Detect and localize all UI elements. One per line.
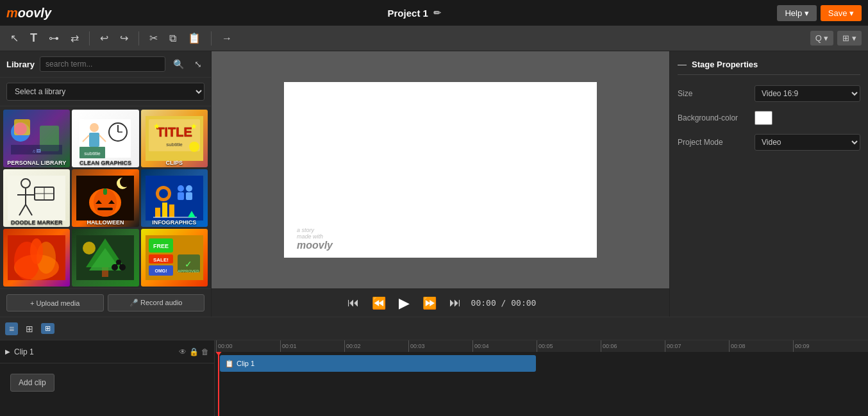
size-row: Size Video 16:9 Video 4:3 Video 1:1 — [678, 85, 860, 102]
library-item-doodle[interactable]: Doodle Marker — [3, 169, 70, 227]
library-item-row4c[interactable]: FREE SALE! OMG! ✓ APPROVED — [141, 229, 208, 287]
svg-rect-45 — [178, 192, 184, 200]
svg-text:subtitle: subtitle — [166, 142, 183, 147]
search-input[interactable] — [40, 56, 165, 72]
align-tool-button[interactable]: ⊶ — [45, 29, 63, 47]
timeline-grid-view-button[interactable]: ⊞ — [22, 322, 37, 335]
library-item-row4b-label — [72, 284, 138, 287]
library-select-wrapper: Select a library Personal Library Clean … — [0, 78, 211, 106]
add-clip-button[interactable]: Add clip — [10, 374, 54, 392]
forward-button[interactable]: → — [218, 30, 236, 47]
logo: moovly — [6, 6, 51, 21]
library-item-row4c-label — [141, 284, 208, 287]
track-lock-button[interactable]: 🔒 — [189, 347, 199, 356]
top-bar: moovly Project 1 ✏ Help ▾ Save ▾ — [0, 0, 868, 26]
toolbar-sep-1 — [89, 31, 90, 46]
project-mode-select[interactable]: Video GIF HTML5 — [755, 134, 860, 151]
redo-button[interactable]: ↪ — [116, 29, 132, 47]
rewind-button[interactable]: ⏪ — [369, 294, 388, 313]
canvas-stage[interactable]: a story made with moovly — [284, 82, 597, 258]
copy-button[interactable]: ⧉ — [165, 30, 180, 47]
timeline-ruler: 00:00 00:01 00:02 00:03 00:04 00:05 00:0… — [215, 340, 868, 352]
library-item-doodle-label: Doodle Marker — [3, 218, 70, 227]
playback-bar: ⏮ ⏪ ▶ ⏩ ⏭ 00:00 / 00:00 — [212, 288, 669, 317]
center-area: a story made with moovly ⏮ ⏪ ▶ ⏩ ⏭ 00:00… — [212, 51, 669, 317]
library-item-personal-label: Personal Library — [3, 158, 70, 167]
library-item-row4b[interactable] — [72, 229, 138, 287]
clip-block-1[interactable]: 📋 Clip 1 — [220, 355, 536, 372]
add-clip-wrapper: Add clip — [0, 363, 214, 416]
ruler-mark-3: 00:03 — [408, 340, 472, 352]
clip-label: Clip 1 — [237, 360, 255, 367]
upload-media-button[interactable]: + Upload media — [6, 294, 104, 312]
library-item-halloween[interactable]: Halloween — [72, 169, 138, 227]
bg-color-swatch[interactable] — [755, 111, 772, 125]
undo-button[interactable]: ↩ — [96, 29, 112, 47]
select-tool-button[interactable]: ↖ — [6, 29, 22, 47]
timeline-ruler-area: 00:00 00:01 00:02 00:03 00:04 00:05 00:0… — [215, 340, 868, 416]
playhead-triangle — [215, 352, 222, 356]
library-item-clips[interactable]: TITLE subtitle ★ ★ Clips — [141, 110, 208, 167]
library-select[interactable]: Select a library Personal Library Clean … — [6, 83, 204, 101]
library-item-clean-label: cLean Graphics — [72, 158, 138, 167]
svg-rect-8 — [89, 133, 99, 147]
toolbar-sep-2 — [138, 31, 139, 46]
ruler-mark-5: 00:05 — [537, 340, 601, 352]
view-button[interactable]: ⊞ ▾ — [837, 31, 862, 46]
play-button[interactable]: ▶ — [396, 292, 412, 314]
skip-back-button[interactable]: ⏮ — [345, 294, 362, 312]
flip-tool-button[interactable]: ⇄ — [67, 29, 83, 47]
svg-rect-23 — [8, 176, 65, 220]
svg-point-22 — [189, 142, 199, 152]
track-visibility-button[interactable]: 👁 — [179, 347, 187, 356]
quality-button[interactable]: Q ▾ — [810, 31, 834, 46]
svg-rect-48 — [155, 208, 160, 217]
watermark-made: made with — [297, 233, 333, 240]
track-actions: 👁 🔒 🗑 — [179, 347, 209, 356]
library-item-infographics[interactable]: Infographics — [141, 169, 208, 227]
ruler-mark-6: 00:06 — [601, 340, 665, 352]
text-tool-button[interactable]: T — [26, 29, 41, 47]
cut-button[interactable]: ✂ — [146, 29, 162, 47]
search-button[interactable]: 🔍 — [171, 58, 187, 71]
sidebar: Library 🔍 ⤡ Select a library Personal Li… — [0, 51, 212, 317]
timeline-toolbar: ≡ ⊞ ⊞ — [0, 317, 868, 340]
svg-text:✓: ✓ — [185, 259, 192, 269]
panel-collapse-button[interactable]: — — [678, 59, 687, 69]
svg-text:SALE!: SALE! — [153, 257, 169, 263]
timeline-marker: ⊞ — [41, 323, 54, 334]
logo-text: moovly — [6, 6, 51, 21]
fast-forward-button[interactable]: ⏩ — [420, 294, 439, 313]
track-delete-button[interactable]: 🗑 — [201, 347, 209, 356]
stage-watermark: a story made with moovly — [297, 227, 333, 251]
timeline-list-view-button[interactable]: ≡ — [5, 322, 18, 335]
expand-button[interactable]: ⤡ — [192, 58, 204, 71]
logo-m: m — [6, 6, 18, 20]
svg-rect-37 — [97, 208, 113, 210]
toolbar-right: Q ▾ ⊞ ▾ — [810, 31, 862, 46]
track-expand-button[interactable]: ▶ — [5, 348, 10, 355]
library-item-clean[interactable]: subtitle cLean Graphics — [72, 110, 138, 167]
playhead[interactable] — [218, 352, 219, 416]
record-audio-button[interactable]: 🎤 Record audio — [108, 294, 205, 312]
library-grid: ♫ 🖼 Personal Library — [0, 106, 211, 288]
toolbar-sep-3 — [211, 31, 212, 46]
size-select[interactable]: Video 16:9 Video 4:3 Video 1:1 — [755, 85, 860, 102]
library-item-row4a[interactable] — [3, 229, 70, 287]
paste-button[interactable]: 📋 — [184, 29, 204, 47]
project-mode-row: Project Mode Video GIF HTML5 — [678, 134, 860, 151]
library-item-personal[interactable]: ♫ 🖼 Personal Library — [3, 110, 70, 167]
svg-point-67 — [83, 242, 96, 254]
skip-forward-button[interactable]: ⏭ — [447, 294, 463, 312]
timeline-tracks-body: 📋 Clip 1 — [215, 352, 868, 416]
edit-icon[interactable]: ✏ — [433, 8, 441, 18]
svg-text:♫ 🖼: ♫ 🖼 — [32, 149, 41, 153]
svg-point-57 — [30, 238, 43, 264]
help-button[interactable]: Help ▾ — [777, 5, 816, 21]
save-button[interactable]: Save ▾ — [821, 5, 862, 21]
bg-color-label: Background-color — [678, 113, 748, 122]
svg-point-43 — [159, 189, 168, 198]
svg-text:subtitle: subtitle — [85, 151, 101, 156]
svg-text:FREE: FREE — [153, 243, 169, 249]
svg-point-3 — [14, 122, 27, 135]
